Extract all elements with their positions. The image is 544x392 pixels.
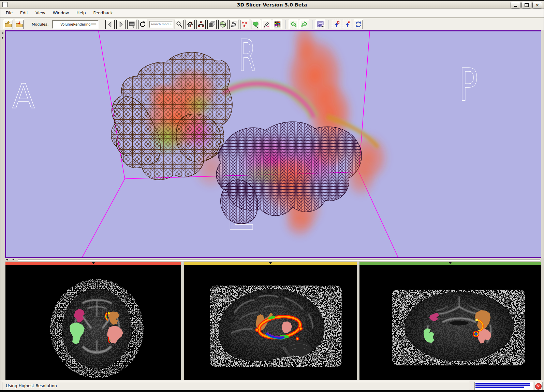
fiducials-icon (241, 21, 248, 28)
fiducial-add-icon (333, 21, 340, 28)
modules-label: Modules: (32, 22, 48, 27)
fiducial-add-button[interactable] (332, 20, 341, 29)
search-input[interactable] (149, 21, 173, 28)
orientation-a: A (12, 76, 35, 116)
progress-bar-2 (475, 385, 530, 386)
fiducial-select-button[interactable] (343, 20, 352, 29)
module-prev-icon (106, 21, 114, 28)
green-slice-bar[interactable] (359, 262, 541, 265)
modules-dropdown[interactable]: VolumeRendering (52, 20, 99, 29)
yellow-slice-bar[interactable] (184, 262, 357, 265)
orientation-p: P (459, 59, 478, 111)
axial-slice-image (5, 265, 181, 380)
yellow-slice-menu-icon[interactable] (269, 262, 272, 264)
slice-layers-button[interactable] (207, 20, 217, 29)
measurements-button[interactable] (262, 20, 271, 29)
red-slice-pane (5, 261, 181, 380)
navigation-sphere-button[interactable] (218, 20, 227, 29)
transforms-button[interactable] (229, 20, 238, 29)
close-icon: × (535, 3, 539, 8)
coronal-slice-view[interactable] (359, 265, 541, 380)
tract-cross-section-target (473, 331, 479, 337)
redo-icon (301, 21, 308, 28)
measurements-pen-icon (263, 21, 270, 28)
redo-button[interactable] (300, 20, 309, 29)
module-search-icon (176, 21, 183, 28)
panel-expand-arrow-icon[interactable] (2, 37, 3, 39)
axial-slice-view[interactable] (5, 265, 181, 380)
cancel-button[interactable]: ✕ (534, 382, 543, 391)
splitter-groove (18, 259, 540, 261)
title-bar: 3D Slicer Version 3.0 Beta × (0, 0, 544, 9)
collapse-up-icon[interactable] (12, 259, 15, 260)
window-bottom-border (0, 390, 544, 392)
module-history-icon (128, 21, 135, 28)
save-scene-icon (16, 21, 23, 28)
menu-window[interactable]: Window (53, 11, 69, 15)
orientation-r: R (239, 31, 256, 81)
home-button[interactable] (186, 20, 195, 29)
sagittal-slice-view[interactable] (184, 265, 357, 380)
menu-view[interactable]: View (35, 11, 45, 15)
status-message: Using Highest Resolution (2, 382, 469, 390)
collapse-down-icon[interactable] (6, 259, 9, 261)
green-slice-menu-icon[interactable] (449, 262, 452, 264)
screen-sync-button[interactable] (354, 20, 363, 29)
module-next-button[interactable] (116, 20, 126, 29)
module-reload-icon (139, 21, 146, 28)
module-panel-gutter (0, 30, 5, 258)
editor-icon (252, 21, 259, 28)
status-bar: Using Highest Resolution ✕ (0, 380, 544, 391)
red-slice-bar[interactable] (5, 262, 181, 265)
red-slice-menu-icon[interactable] (92, 262, 95, 264)
undo-icon (290, 21, 297, 28)
layout-chooser-icon (317, 21, 324, 28)
layout-chooser-button[interactable] (316, 20, 325, 29)
maximize-icon (525, 3, 529, 7)
window-title: 3D Slicer Version 3.0 Beta (0, 2, 544, 8)
fiducials-button[interactable] (240, 20, 249, 29)
menu-feedback[interactable]: Feedback (93, 11, 113, 15)
module-reload-button[interactable] (138, 20, 147, 29)
colors-icon (274, 21, 281, 28)
minimize-icon (514, 6, 517, 7)
menu-edit[interactable]: Edit (20, 11, 28, 15)
save-scene-button[interactable] (15, 20, 24, 29)
menu-bar: File Edit View Window Help Feedback (0, 9, 544, 18)
slice-layers-icon (208, 21, 216, 28)
close-button[interactable]: × (532, 2, 542, 9)
mrml-tree-icon (197, 21, 205, 28)
navigation-sphere-icon (219, 21, 226, 28)
slicer-window: 3D Slicer Version 3.0 Beta × File Edit V… (0, 0, 544, 392)
toolbar: Modules: VolumeRendering (0, 18, 544, 30)
menu-help[interactable]: Help (76, 11, 86, 15)
coronal-slice-image (359, 265, 541, 380)
cerebellum (288, 341, 312, 356)
colors-button[interactable] (273, 20, 282, 29)
fiducial-select-icon (344, 21, 351, 28)
yellow-slice-pane (183, 261, 357, 380)
undo-button[interactable] (289, 20, 298, 29)
progress-bar-3 (475, 387, 524, 388)
module-prev-button[interactable] (105, 20, 115, 29)
3d-viewport[interactable]: R A P L (5, 30, 542, 258)
cancel-x-icon: ✕ (535, 383, 542, 390)
home-icon (187, 21, 194, 28)
transforms-icon (230, 21, 237, 28)
progress-widget (474, 382, 533, 390)
screen-sync-icon (355, 21, 362, 28)
menu-file[interactable]: File (6, 11, 13, 15)
module-search-button[interactable] (175, 20, 184, 29)
module-next-icon (117, 21, 124, 28)
mrml-tree-button[interactable] (196, 20, 206, 29)
load-scene-icon (5, 21, 12, 28)
view-splitter[interactable] (0, 258, 544, 261)
dropdown-indicator (91, 24, 96, 26)
editor-button[interactable] (251, 20, 260, 29)
module-history-button[interactable] (127, 20, 136, 29)
load-scene-button[interactable] (4, 20, 13, 29)
maximize-button[interactable] (521, 2, 531, 9)
minimize-button[interactable] (511, 2, 520, 9)
gutter-handle (2, 32, 3, 34)
slice-viewers-row (0, 261, 544, 380)
